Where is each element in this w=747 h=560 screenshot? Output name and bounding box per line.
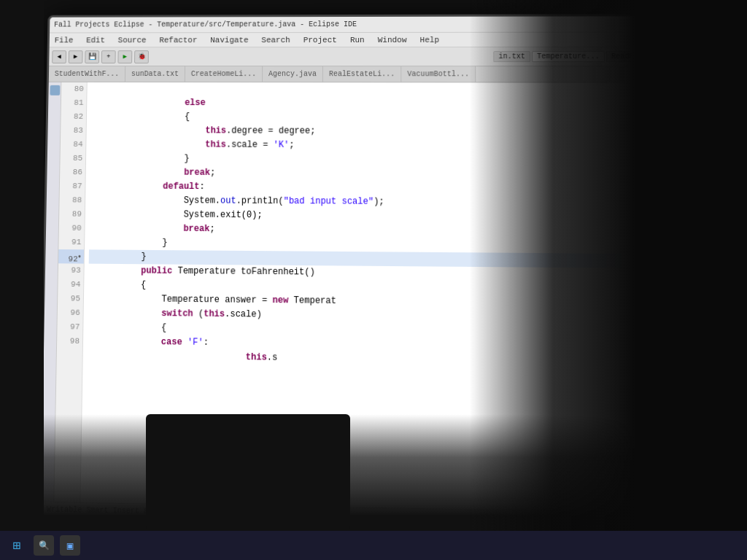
eclipse-ide-window: Fall Projects Eclipse - Temperature/src/… [41,16,683,529]
line-num-88: 88 [59,193,85,207]
window-title: Fall Projects Eclipse - Temperature/src/… [54,20,357,29]
menu-refactor[interactable]: Refactor [157,36,199,44]
line-num-89: 89 [59,207,85,221]
menu-project[interactable]: Project [301,36,339,44]
line-num-95: 95 [58,292,83,306]
menu-file[interactable]: File [53,36,76,44]
tab-bar-row1: StudentWithF... sunData.txt CreateHomeLi… [49,66,674,83]
search-taskbar-icon[interactable]: 🔍 [34,535,54,556]
monitor-screen: Fall Projects Eclipse - Temperature/src/… [39,14,685,531]
gutter-bookmark [50,85,60,96]
tab-vacuumbottl[interactable]: VacuumBottl... [401,66,476,82]
line-num-80: 80 [61,82,87,96]
windows-taskbar: ⊞ 🔍 ▣ [0,531,747,560]
menu-window[interactable]: Window [376,35,409,44]
status-text: Writable Smart Insert 80:1 [47,505,162,516]
toolbar-fwd[interactable]: ▶ [69,50,83,63]
line-num-98: 98 [57,334,82,349]
menu-navigate[interactable]: Navigate [208,36,250,44]
start-button[interactable]: ⊞ [6,534,28,556]
toolbar-back[interactable]: ◀ [52,50,66,63]
menu-help[interactable]: Help [418,35,442,44]
menu-run[interactable]: Run [348,35,367,44]
toolbar-save[interactable]: 💾 [85,50,99,63]
line-num-83: 83 [61,124,86,138]
toolbar: ◀ ▶ 💾 + ▶ 🐞 in.txt Temperature... ReadPr… [49,47,673,66]
view-taskbar-icon[interactable]: ▣ [60,535,80,556]
line-num-81: 81 [61,96,87,110]
tab-realestateliz[interactable]: RealEstateLi... [323,66,401,82]
tab-studentwithf[interactable]: StudentWithF... [49,66,125,82]
line-num-82: 82 [61,110,86,124]
line-num-86: 86 [60,166,85,179]
menu-bar: File Edit Source Refactor Navigate Searc… [50,33,673,48]
tab-in-txt[interactable]: in.txt [493,51,530,62]
editor-area: 80 81 82 83 84 85 86 87 88 89 90 91 92● … [41,82,682,513]
gutter-error [50,98,60,109]
line-num-85: 85 [60,152,85,166]
line-num-91: 91 [58,236,84,250]
line-num-93: 93 [58,263,84,278]
line-num-97: 97 [57,320,82,335]
code-line-80: else [91,82,674,97]
line-num-92: 92● [58,249,84,264]
line-num-84: 84 [61,138,86,152]
menu-search[interactable]: Search [259,36,292,44]
menu-edit[interactable]: Edit [84,36,107,44]
toolbar-run[interactable]: ▶ [117,50,132,63]
line-num-90: 90 [59,221,85,235]
line-num-94: 94 [58,278,83,292]
line-num-87: 87 [60,179,85,193]
bottom-device [146,414,350,531]
toolbar-new[interactable]: + [101,50,116,63]
tab-createhomeli[interactable]: CreateHomeLi... [185,66,263,82]
tab-sundata[interactable]: sunData.txt [125,66,185,82]
tab-readprime[interactable]: ReadPrime... [606,51,670,62]
title-bar: Fall Projects Eclipse - Temperature/src/… [50,16,673,33]
top-right-tab-area: in.txt Temperature... ReadPrime... [493,51,670,62]
tab-agencyjava[interactable]: Agency.java [263,66,323,82]
tab-temperature[interactable]: Temperature... [532,51,605,62]
line-num-96: 96 [58,306,83,320]
toolbar-debug[interactable]: 🐞 [134,50,149,63]
menu-source[interactable]: Source [116,36,149,44]
